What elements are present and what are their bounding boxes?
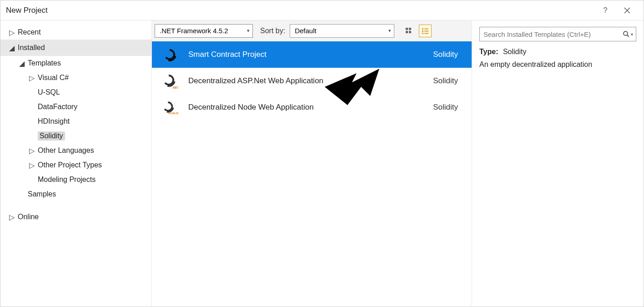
view-list-button[interactable] — [419, 25, 432, 37]
framework-value: .NET Framework 4.5.2 — [160, 27, 228, 35]
tree-item-installed[interactable]: ◢ Installed — [0, 40, 151, 56]
solidity-net-icon: .NET — [161, 72, 178, 90]
template-name: Decentralized Node Web Application — [188, 103, 408, 112]
template-list: Smart Contract Project Solidity .NET Dec… — [152, 41, 472, 307]
tree-label: U-SQL — [38, 88, 60, 96]
solidity-icon — [161, 46, 178, 63]
tree-item-usql[interactable]: U-SQL — [0, 85, 151, 100]
svg-text:.NET: .NET — [172, 86, 178, 89]
template-name: Smart Contract Project — [188, 50, 408, 59]
svg-rect-11 — [424, 33, 428, 34]
sort-by-label: Sort by: — [260, 27, 285, 35]
svg-rect-10 — [422, 33, 423, 34]
tree-label: Recent — [18, 28, 41, 36]
detail-type-label: Type: — [479, 48, 498, 55]
tree-item-recent[interactable]: ▷ Recent — [0, 25, 151, 40]
chevron-down-icon: ▾ — [631, 32, 633, 37]
svg-rect-3 — [409, 28, 411, 30]
sort-by-select[interactable]: Default ▾ — [290, 24, 394, 38]
svg-text:NODEJS: NODEJS — [168, 112, 178, 115]
solidity-node-icon: NODEJS — [161, 99, 178, 116]
template-language: Solidity — [408, 50, 463, 59]
detail-type: Type: Solidity — [479, 48, 636, 56]
chevron-right-icon: ▷ — [9, 28, 15, 37]
svg-point-18 — [624, 31, 628, 35]
tree-label: Visual C# — [38, 74, 69, 82]
template-language: Solidity — [408, 76, 463, 86]
svg-rect-6 — [422, 28, 423, 30]
detail-type-value: Solidity — [503, 48, 527, 55]
search-field[interactable] — [483, 30, 622, 38]
template-item-smart-contract[interactable]: Smart Contract Project Solidity — [152, 41, 472, 68]
titlebar: New Project ? — [0, 0, 644, 20]
chevron-right-icon: ▷ — [29, 146, 35, 155]
tree-label: Modeling Projects — [38, 176, 96, 184]
svg-rect-9 — [424, 30, 428, 31]
svg-rect-5 — [409, 31, 411, 33]
detail-description: An empty decentralized application — [479, 60, 636, 69]
template-item-aspnet[interactable]: .NET Decentralized ASP.Net Web Applicati… — [152, 68, 472, 94]
search-button[interactable]: ▾ — [622, 30, 634, 38]
tree-item-templates[interactable]: ◢ Templates — [0, 56, 151, 70]
details-pane: ▾ Type: Solidity An empty decentralized … — [472, 20, 644, 307]
chevron-down-icon: ◢ — [19, 59, 25, 68]
tree-item-solidity[interactable]: Solidity — [0, 129, 151, 143]
help-button[interactable]: ? — [594, 4, 616, 17]
tree-label: Other Project Types — [38, 161, 102, 169]
svg-rect-7 — [424, 28, 428, 29]
sort-by-value: Default — [295, 27, 317, 35]
tree-label: Samples — [28, 190, 56, 198]
tree-item-visual-csharp[interactable]: ▷ Visual C# — [0, 70, 151, 85]
detail-description-text: An empty decentralized application — [479, 60, 592, 68]
tree-item-other-languages[interactable]: ▷ Other Languages — [0, 143, 151, 158]
tree-item-modeling-projects[interactable]: Modeling Projects — [0, 172, 151, 187]
svg-rect-8 — [422, 30, 423, 32]
tree-item-datafactory[interactable]: DataFactory — [0, 100, 151, 114]
tree-label: Templates — [28, 59, 61, 67]
chevron-down-icon: ▾ — [385, 28, 391, 34]
view-tiles-button[interactable] — [402, 25, 415, 37]
new-project-dialog: New Project ? ▷ Recent ◢ Installed ◢ Tem… — [0, 0, 644, 307]
template-toolbar: .NET Framework 4.5.2 ▾ Sort by: Default … — [152, 20, 472, 41]
template-pane: .NET Framework 4.5.2 ▾ Sort by: Default … — [152, 20, 472, 307]
svg-line-19 — [627, 35, 629, 37]
template-name: Decentralized ASP.Net Web Application — [188, 76, 408, 86]
sidebar: ▷ Recent ◢ Installed ◢ Templates ▷ Visua… — [0, 20, 152, 307]
tree-label: HDInsight — [38, 117, 70, 126]
template-language: Solidity — [408, 103, 463, 112]
search-templates-input[interactable]: ▾ — [479, 27, 636, 41]
chevron-down-icon: ▾ — [243, 28, 250, 34]
dialog-body: ▷ Recent ◢ Installed ◢ Templates ▷ Visua… — [0, 20, 644, 307]
svg-rect-2 — [406, 28, 408, 30]
list-icon — [422, 27, 429, 35]
chevron-right-icon: ▷ — [29, 74, 35, 82]
chevron-right-icon: ▷ — [29, 161, 35, 170]
template-item-node[interactable]: NODEJS Decentralized Node Web Applicatio… — [152, 94, 472, 121]
window-title: New Project — [6, 6, 594, 15]
search-icon — [623, 30, 630, 38]
tree-label: DataFactory — [38, 103, 77, 111]
tree-item-samples[interactable]: Samples — [0, 187, 151, 201]
chevron-right-icon: ▷ — [9, 213, 15, 221]
tiles-icon — [405, 27, 413, 35]
tree-label: Solidity — [38, 131, 65, 141]
tree-item-online[interactable]: ▷ Online — [0, 210, 151, 224]
category-tree: ▷ Recent ◢ Installed ◢ Templates ▷ Visua… — [0, 20, 151, 224]
chevron-down-icon: ◢ — [9, 44, 15, 52]
tree-item-hdinsight[interactable]: HDInsight — [0, 114, 151, 129]
tree-label: Other Languages — [38, 146, 94, 155]
framework-select[interactable]: .NET Framework 4.5.2 ▾ — [155, 24, 253, 38]
close-icon — [624, 7, 630, 14]
tree-label: Online — [18, 213, 39, 221]
close-button[interactable] — [616, 4, 638, 17]
tree-label: Installed — [18, 44, 45, 52]
tree-item-other-project-types[interactable]: ▷ Other Project Types — [0, 158, 151, 172]
svg-rect-4 — [406, 31, 408, 33]
